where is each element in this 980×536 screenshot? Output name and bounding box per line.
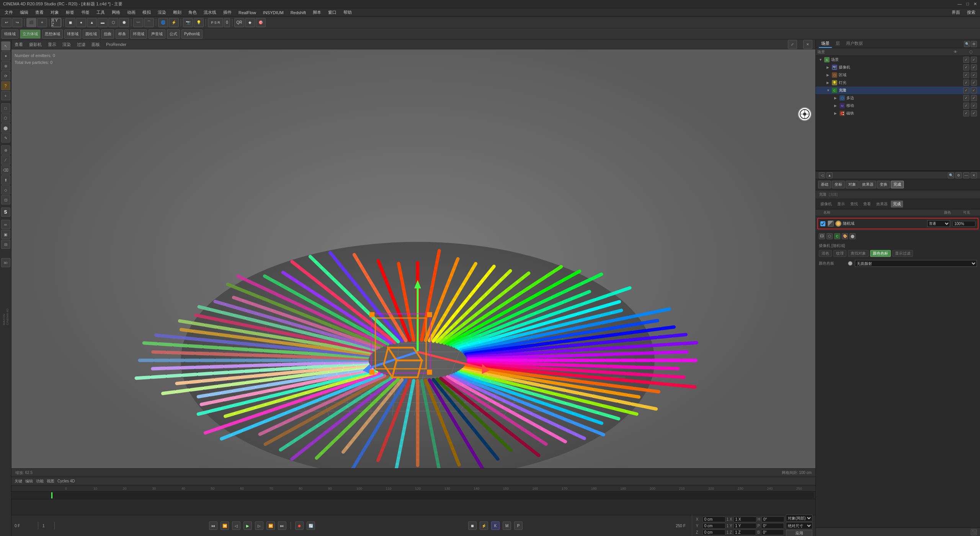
props-settings-icon[interactable]: ⚙ xyxy=(956,172,962,178)
menu-sculpt[interactable]: 雕刻 xyxy=(170,9,185,16)
field-formula[interactable]: 公式 xyxy=(167,29,180,39)
field-think[interactable]: 思想体域 xyxy=(42,29,63,39)
cloner-icon-3[interactable]: C xyxy=(834,233,840,239)
vis-toggle-move[interactable]: ✓ xyxy=(963,103,969,109)
tool-select[interactable]: ↖ xyxy=(1,41,10,51)
p-rot-input[interactable]: 0° xyxy=(761,523,784,529)
y-size-input[interactable]: 1 Y xyxy=(733,523,756,529)
vp-filter[interactable]: 过滤 xyxy=(77,42,85,47)
menu-pipeline[interactable]: 流水线 xyxy=(201,9,219,16)
z-size-input[interactable]: 1 Z xyxy=(733,529,756,535)
vis-toggle-camera[interactable]: ✓ xyxy=(963,64,969,70)
cloner-icon-4[interactable]: 🎨 xyxy=(842,233,848,239)
cam-tab-filter[interactable]: 显示过滤 xyxy=(892,250,913,257)
vis-toggle-area[interactable]: ✓ xyxy=(963,72,969,78)
spline-btn[interactable]: 〰 xyxy=(133,18,143,27)
target-btn[interactable]: 🎯 xyxy=(256,18,266,27)
menu-realflow[interactable]: RealFlow xyxy=(235,10,259,16)
track-label-key[interactable]: 关键 xyxy=(15,479,22,484)
position-key-btn[interactable]: P xyxy=(514,521,523,530)
props-search-icon[interactable]: 🔍 xyxy=(948,172,954,178)
tab-layer[interactable]: 层 xyxy=(833,40,842,48)
tool-plus[interactable]: + xyxy=(1,91,10,100)
tool-scale[interactable]: ⊕ xyxy=(1,61,10,70)
field-special[interactable]: 特殊域 xyxy=(2,29,18,39)
mat-checkbox[interactable] xyxy=(820,221,825,226)
field-cube[interactable]: 立方体域 xyxy=(20,29,41,39)
tool-s-icon[interactable]: S xyxy=(1,208,10,217)
mat-blend-select[interactable]: 普通 xyxy=(927,220,950,227)
play-forward-btn[interactable]: ▷ xyxy=(255,521,263,530)
vp-render[interactable]: 渲染 xyxy=(62,42,71,47)
coord-system-select[interactable]: 对象(局部) xyxy=(786,515,812,521)
field-env[interactable]: 环境域 xyxy=(130,29,147,39)
mode-object[interactable]: 对象 xyxy=(846,181,859,188)
vis-toggle-magnet[interactable]: ✓ xyxy=(963,110,969,116)
zero-btn[interactable]: 0 xyxy=(224,18,230,27)
snap-btn[interactable]: ⚡ xyxy=(480,521,488,530)
vp-prorender[interactable]: ProRender xyxy=(106,42,126,47)
track-label-cycles[interactable]: Cycles 4D xyxy=(57,479,75,483)
menu-script[interactable]: 脚本 xyxy=(310,9,324,16)
field-spline[interactable]: 样条 xyxy=(116,29,129,39)
cam-tab-find[interactable]: 查找对象 xyxy=(848,250,869,257)
capsule-btn[interactable]: ⬟ xyxy=(119,18,129,27)
cube-btn[interactable]: ◼ xyxy=(65,18,75,27)
tree-item-scene[interactable]: ▼ S 场景 ✓ ✓ xyxy=(816,56,980,64)
vis-toggle-scene[interactable]: ✓ xyxy=(963,57,969,63)
qr-btn[interactable]: QR xyxy=(234,18,244,27)
effector-btn[interactable]: ⚡ xyxy=(169,18,179,27)
menu-help[interactable]: 帮助 xyxy=(340,9,355,16)
panel-gear-icon[interactable]: ⚙ xyxy=(971,41,977,47)
props-mode-icon[interactable]: ◁ xyxy=(819,172,825,178)
menu-view[interactable]: 查看 xyxy=(32,9,47,16)
redo-btn[interactable]: ↪ xyxy=(12,18,22,27)
cloner-tab-camera[interactable]: 摄像机 xyxy=(818,201,834,208)
menu-mesh[interactable]: 网格 xyxy=(109,9,123,16)
tool-bevel[interactable]: ◇ xyxy=(1,185,10,194)
menu-character[interactable]: 角色 xyxy=(185,9,200,16)
cloner-tab-view[interactable]: 查看 xyxy=(861,201,873,208)
render-toggle-move[interactable]: ✓ xyxy=(971,103,977,109)
vis-toggle-poly[interactable]: ✓ xyxy=(963,95,969,101)
menu-object[interactable]: 对象 xyxy=(47,9,62,16)
menu-open[interactable]: 界面 xyxy=(949,9,963,16)
vp-camera[interactable]: 摄影机 xyxy=(29,42,42,47)
mode-coord[interactable]: 坐标 xyxy=(832,181,845,188)
menu-search[interactable]: 搜索 xyxy=(964,9,978,16)
track-label-func[interactable]: 功能 xyxy=(36,479,44,484)
next-frame-btn[interactable]: ⏩ xyxy=(266,521,275,530)
menu-edit[interactable]: 编辑 xyxy=(17,9,31,16)
tree-item-cloner[interactable]: ▼ C 克隆 ✓ ✓ xyxy=(816,87,980,94)
cone-btn[interactable]: ▲ xyxy=(87,18,97,27)
props-close-icon[interactable]: ✕ xyxy=(971,172,977,178)
live-btn[interactable]: ⬛ xyxy=(26,18,36,27)
vp-maximize[interactable]: ⤢ xyxy=(788,40,797,49)
cloner-tab-find[interactable]: 查找 xyxy=(848,201,860,208)
field-python[interactable]: Python域 xyxy=(181,29,203,39)
key-btn[interactable]: K xyxy=(491,521,500,530)
menu-simulate[interactable]: 模拟 xyxy=(139,9,154,16)
tree-item-magnet[interactable]: ▶ 🧲 磁铁 ✓ ✓ xyxy=(816,109,980,117)
menu-file[interactable]: 文件 xyxy=(2,9,16,16)
cam-tab-mix[interactable]: 混色 xyxy=(819,250,832,257)
tool-magnet[interactable]: ⊛ xyxy=(1,145,10,155)
field-sound[interactable]: 声音域 xyxy=(149,29,165,39)
light-btn[interactable]: 💡 xyxy=(194,18,204,27)
close-btn[interactable]: ✕ xyxy=(973,2,977,7)
tool-bridge[interactable]: ⌫ xyxy=(1,165,10,175)
vis-toggle-cloner[interactable]: ✓ xyxy=(963,87,969,93)
render-toggle-camera[interactable]: ✓ xyxy=(971,64,977,70)
vp-display[interactable]: 显示 xyxy=(48,42,56,47)
menu-render[interactable]: 渲染 xyxy=(155,9,169,16)
tool-rotate[interactable]: ⟳ xyxy=(1,71,10,80)
tool-fill[interactable]: ▣ xyxy=(1,230,10,239)
tool-brush[interactable]: ⬤ xyxy=(1,123,10,132)
go-end-btn[interactable]: ⏭ xyxy=(278,521,286,530)
plane-btn[interactable]: ▬ xyxy=(98,18,108,27)
cloner-icon-1[interactable]: 🎞 xyxy=(819,233,825,239)
tree-item-camera[interactable]: ▶ 📷 摄像机 ✓ ✓ xyxy=(816,64,980,71)
cloner-tab-display[interactable]: 显示 xyxy=(835,201,847,208)
diamond-btn[interactable]: ◆ xyxy=(245,18,255,27)
viewport-3d[interactable]: Number of emitters: 0 Total live particl… xyxy=(11,49,815,477)
